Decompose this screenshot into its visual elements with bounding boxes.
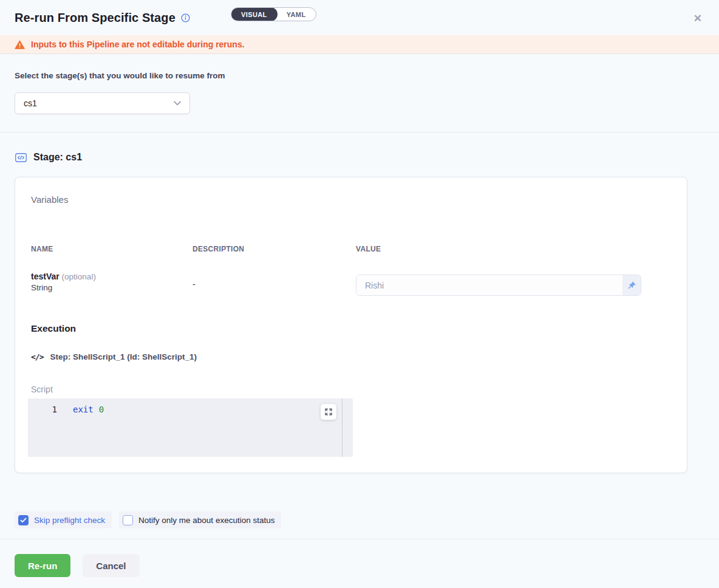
pin-icon [627, 281, 636, 290]
pin-button[interactable] [622, 275, 641, 295]
line-number: 1 [28, 403, 57, 415]
variable-name: testVar [31, 272, 60, 281]
checkbox-checked-icon[interactable] [18, 515, 29, 525]
column-header-value: VALUE [356, 245, 381, 253]
stage-dropdown[interactable]: cs1 [15, 92, 190, 114]
variables-section-title: Variables [31, 194, 68, 205]
code-argument: 0 [99, 405, 104, 414]
stage-dropdown-value: cs1 [24, 98, 37, 108]
code-keyword: exit [73, 405, 94, 414]
modal-footer: Re-run Cancel [0, 539, 719, 588]
stage-detail-area: Stage: cs1 Variables NAME DESCRIPTION VA… [0, 151, 719, 473]
close-icon[interactable]: ✕ [693, 13, 702, 24]
variable-value-input[interactable] [356, 275, 622, 295]
rerun-button[interactable]: Re-run [15, 554, 70, 577]
warning-banner: Inputs to this Pipeline are not editable… [0, 35, 719, 54]
tab-visual[interactable]: VISUAL [231, 7, 278, 21]
code-line: 1 exit0 [28, 398, 353, 415]
code-icon: </> [31, 352, 43, 361]
editor-scrollbar[interactable] [342, 398, 342, 457]
expand-editor-button[interactable] [321, 404, 336, 420]
tab-yaml[interactable]: YAML [277, 7, 316, 21]
column-header-description: DESCRIPTION [193, 245, 244, 253]
page-title: Re-run From Specific Stage [15, 11, 175, 25]
cancel-button[interactable]: Cancel [83, 554, 139, 577]
modal-header: Re-run From Specific Stage VISUAL YAML ✕ [0, 0, 719, 35]
checkbox-unchecked-icon[interactable] [123, 515, 133, 525]
step-row: </> Step: ShellScript_1 (Id: ShellScript… [31, 352, 197, 361]
info-icon[interactable] [181, 13, 190, 22]
warning-message: Inputs to this Pipeline are not editable… [31, 39, 245, 49]
chevron-down-icon [174, 101, 181, 106]
skip-preflight-option[interactable]: Skip preflight check [15, 511, 112, 528]
stage-inputs-card: Variables NAME DESCRIPTION VALUE testVar… [15, 177, 687, 473]
variable-name-cell: testVar (optional) String [31, 272, 96, 292]
visual-yaml-toggle: VISUAL YAML [231, 7, 316, 21]
variable-value-field [356, 275, 641, 296]
step-label: Step: ShellScript_1 (Id: ShellScript_1) [50, 352, 197, 361]
execution-section-title: Execution [31, 323, 76, 334]
run-options-row: Skip preflight check Notify only me abou… [0, 511, 719, 528]
script-code-editor[interactable]: 1 exit0 [28, 398, 353, 457]
expand-icon [325, 408, 332, 415]
script-field-label: Script [31, 385, 53, 394]
stage-select-label: Select the stage(s) that you would like … [15, 71, 704, 80]
notify-only-me-label: Notify only me about execution status [138, 516, 274, 525]
skip-preflight-label: Skip preflight check [34, 516, 105, 525]
warning-icon [15, 40, 25, 49]
variable-type: String [31, 283, 96, 292]
stage-heading-label: Stage: cs1 [33, 152, 82, 163]
column-header-name: NAME [31, 245, 53, 253]
stage-heading: Stage: cs1 [15, 151, 704, 163]
stage-icon [15, 151, 27, 164]
variable-optional-note: (optional) [62, 272, 96, 281]
stage-select-section: Select the stage(s) that you would like … [0, 54, 719, 132]
notify-only-me-option[interactable]: Notify only me about execution status [119, 511, 281, 528]
variable-description-cell: - [193, 279, 196, 289]
